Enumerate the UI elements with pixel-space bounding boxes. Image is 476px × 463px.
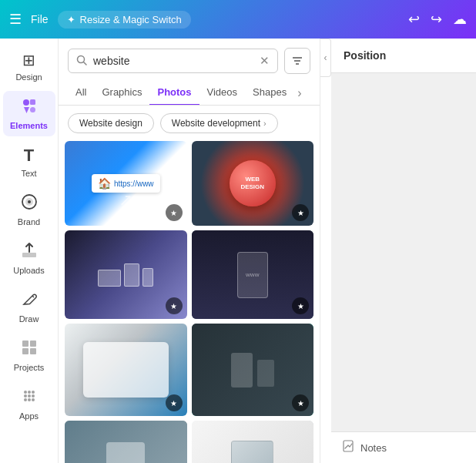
svg-point-14 — [32, 391, 35, 394]
image-item[interactable]: 🏠 https://www ↗ ★ — [65, 141, 187, 226]
sidebar-item-apps[interactable]: Apps — [3, 381, 55, 427]
svg-rect-1 — [30, 99, 35, 105]
text-icon: T — [24, 146, 34, 166]
svg-rect-3 — [30, 107, 35, 112]
sidebar-elements-label: Elements — [10, 121, 48, 130]
notes-icon — [342, 440, 354, 455]
suggestion-chips: Website design Website development › — [59, 106, 320, 141]
premium-badge: ★ — [292, 297, 309, 314]
image-item[interactable]: ★ — [65, 230, 187, 319]
sidebar-brand-label: Brand — [18, 217, 40, 226]
svg-rect-10 — [22, 348, 28, 354]
sidebar-item-uploads[interactable]: Uploads — [3, 236, 55, 281]
brand-icon — [21, 193, 38, 214]
svg-rect-11 — [30, 348, 36, 354]
main-area: ⊞ Design Elements T Text — [0, 39, 476, 463]
svg-rect-9 — [30, 341, 36, 347]
svg-point-20 — [32, 398, 35, 401]
sidebar-design-label: Design — [15, 72, 42, 82]
elements-icon — [21, 97, 38, 118]
svg-point-17 — [32, 394, 35, 398]
svg-rect-7 — [22, 253, 36, 257]
undo-icon[interactable]: ↩ — [408, 11, 420, 28]
sidebar-item-design[interactable]: ⊞ Design — [3, 45, 55, 88]
svg-rect-26 — [344, 441, 353, 451]
chip-arrow-icon: › — [263, 119, 266, 128]
search-bar: ✕ — [59, 39, 320, 74]
sidebar-item-text[interactable]: T Text — [3, 139, 55, 184]
chip-website-design[interactable]: Website design — [68, 113, 154, 133]
apps-icon — [21, 388, 38, 408]
svg-point-12 — [24, 391, 27, 394]
collapse-icon: ‹ — [324, 52, 327, 63]
chip-label: Website design — [79, 118, 142, 129]
category-tabs: All Graphics Photos Videos Shapes › — [59, 74, 320, 106]
svg-point-18 — [24, 398, 27, 401]
svg-line-22 — [84, 62, 87, 65]
tab-all[interactable]: All — [68, 80, 94, 106]
sidebar-item-projects[interactable]: Projects — [3, 333, 55, 378]
image-item[interactable]: www ★ — [192, 230, 314, 319]
svg-point-6 — [28, 200, 31, 203]
svg-point-15 — [24, 394, 27, 398]
sidebar-uploads-label: Uploads — [13, 266, 44, 275]
draw-icon — [21, 290, 38, 311]
svg-point-13 — [28, 391, 31, 394]
image-item[interactable]: WEBDESIGN ★ — [192, 141, 314, 226]
search-icon — [76, 55, 87, 68]
canvas-area[interactable] — [331, 73, 476, 431]
redo-icon[interactable]: ↪ — [431, 11, 442, 28]
image-item[interactable]: ★ — [65, 421, 187, 463]
header-actions: ↩ ↪ ☁ — [408, 11, 467, 28]
sidebar-apps-label: Apps — [19, 411, 39, 421]
cloud-save-icon[interactable]: ☁ — [453, 11, 467, 28]
search-clear-icon[interactable]: ✕ — [260, 54, 270, 68]
image-grid-col-1: 🏠 https://www ↗ ★ — [65, 141, 187, 463]
tab-graphics[interactable]: Graphics — [94, 80, 149, 106]
position-label: Position — [344, 49, 386, 62]
image-grid: 🏠 https://www ↗ ★ — [59, 141, 320, 463]
right-panel: Position Notes — [331, 39, 476, 463]
sidebar-item-draw[interactable]: Draw — [3, 284, 55, 330]
chip-website-development[interactable]: Website development › — [160, 113, 278, 133]
sidebar-draw-label: Draw — [19, 314, 39, 324]
chip-label: Website development — [172, 118, 260, 129]
tab-shapes[interactable]: Shapes — [245, 80, 294, 106]
svg-point-19 — [28, 398, 31, 401]
file-button[interactable]: File — [31, 13, 49, 25]
svg-point-16 — [28, 394, 31, 398]
premium-badge: ★ — [292, 204, 309, 221]
sidebar-projects-label: Projects — [14, 363, 45, 372]
image-grid-col-2: WEBDESIGN ★ www ★ — [192, 141, 314, 463]
image-item[interactable]: ★ — [65, 324, 187, 416]
sidebar: ⊞ Design Elements T Text — [0, 39, 59, 463]
sidebar-item-brand[interactable]: Brand — [3, 187, 55, 233]
image-item[interactable]: ★ — [192, 421, 314, 463]
panel-collapse-button[interactable]: ‹ — [320, 39, 331, 77]
svg-point-0 — [23, 99, 29, 106]
uploads-icon — [21, 242, 38, 263]
search-input-wrap[interactable]: ✕ — [68, 49, 278, 73]
notes-label[interactable]: Notes — [360, 442, 387, 454]
premium-badge: ★ — [166, 394, 183, 411]
premium-badge: ★ — [292, 394, 309, 411]
projects-icon — [21, 339, 38, 360]
magic-switch-button[interactable]: ✦ Resize & Magic Switch — [58, 11, 191, 29]
design-icon: ⊞ — [22, 51, 35, 69]
svg-marker-2 — [24, 107, 29, 113]
sidebar-text-label: Text — [21, 169, 36, 178]
menu-icon[interactable]: ☰ — [9, 11, 22, 28]
tab-photos[interactable]: Photos — [149, 80, 199, 106]
premium-badge: ★ — [166, 204, 183, 221]
search-filter-button[interactable] — [284, 48, 310, 74]
magic-star-icon: ✦ — [67, 14, 75, 25]
tab-videos[interactable]: Videos — [199, 80, 246, 106]
position-panel-header: Position — [331, 39, 476, 73]
svg-rect-8 — [22, 341, 28, 347]
search-input[interactable] — [93, 55, 253, 67]
premium-badge: ★ — [166, 297, 183, 314]
image-item[interactable]: ★ — [192, 324, 314, 416]
elements-panel: ✕ All Graphics Photos Videos Shapes › We… — [59, 39, 320, 463]
tabs-more-button[interactable]: › — [294, 82, 304, 105]
sidebar-item-elements[interactable]: Elements — [3, 91, 55, 136]
